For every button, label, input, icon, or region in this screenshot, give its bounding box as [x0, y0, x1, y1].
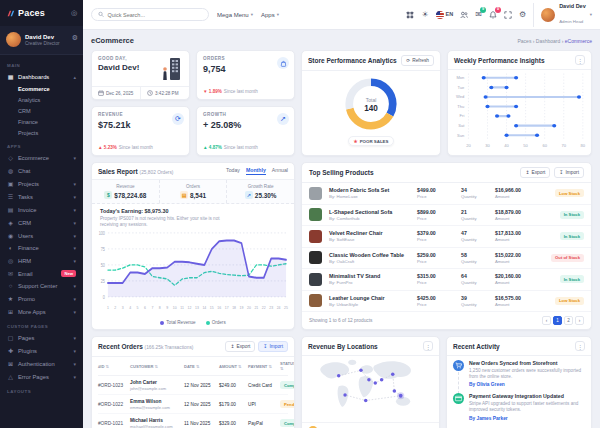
- sidebar-item-label: Projects: [18, 181, 69, 187]
- order-customer: Michael Harrismichael@example.com: [130, 418, 182, 428]
- fullscreen-icon[interactable]: [504, 11, 512, 19]
- product-amount: $18,879.00Amount: [495, 209, 543, 221]
- import-button[interactable]: ↧Import: [554, 167, 584, 178]
- column-status[interactable]: Status ⇅: [280, 361, 295, 371]
- export-button[interactable]: ↥Export: [520, 167, 550, 178]
- product-row[interactable]: Velvet Recliner ChairBy: SoftEase$379.00…: [302, 226, 591, 248]
- chevron-down-icon: ▾: [73, 245, 76, 251]
- activity-author[interactable]: By Olivia Green: [469, 382, 585, 387]
- svg-text:100: 100: [99, 230, 106, 236]
- tab-annual[interactable]: Annual: [272, 167, 288, 175]
- activity-author[interactable]: By James Parker: [469, 416, 585, 421]
- page-button-1[interactable]: 1: [553, 316, 562, 325]
- sidebar-toggle-icon[interactable]: ◎: [71, 9, 77, 17]
- sidebar-item-invoice[interactable]: ▤Invoice▾: [0, 203, 83, 216]
- chevron-down-icon: ▾: [73, 296, 76, 302]
- theme-sun-icon[interactable]: ☀: [421, 11, 428, 19]
- column-amount[interactable]: Amount ⇅: [219, 364, 246, 369]
- sidebar-item-dashboards[interactable]: ▦Dashboards▴: [0, 70, 83, 83]
- sidebar-item-projects[interactable]: ▣Projects▾: [0, 177, 83, 190]
- product-amount-label: Amount: [495, 280, 543, 285]
- mail-icon[interactable]: ✉9: [475, 11, 482, 19]
- sales-stat-value: ↗25.30%: [229, 191, 292, 199]
- next-page-button[interactable]: ›: [575, 316, 584, 325]
- product-row[interactable]: L-Shaped Sectional SofaBy: Comforthub$89…: [302, 205, 591, 227]
- orders-import-button[interactable]: ↧Import: [258, 341, 288, 352]
- authentication-icon: ⊠: [7, 360, 14, 367]
- users-icon[interactable]: [460, 11, 468, 19]
- chevron-down-icon: ▾: [73, 258, 76, 264]
- hrm-icon: ◎: [7, 257, 14, 264]
- svg-text:Wed: Wed: [456, 96, 464, 100]
- sidebar-subitem-projects[interactable]: Projects: [0, 127, 83, 138]
- sidebar-item-email[interactable]: ✉EmailNew: [0, 267, 83, 280]
- product-row[interactable]: Classic Wooden Coffee TableBy: OakCraft$…: [302, 248, 591, 270]
- product-thumbnail: [309, 187, 322, 200]
- order-payment: UPI: [248, 402, 278, 407]
- sidebar-item-crm[interactable]: ◈CRM▾: [0, 216, 83, 229]
- sidebar-item-error-pages[interactable]: △Error Pages▾: [0, 370, 83, 383]
- profile-settings-icon[interactable]: ⚙: [72, 34, 78, 42]
- import-icon: ↧: [263, 344, 267, 349]
- more-menu-icon[interactable]: ⋮: [575, 341, 585, 351]
- column-customer[interactable]: Customer ⇅: [130, 364, 182, 369]
- product-row[interactable]: Leather Lounge ChairBy: UrbanStyle$425.0…: [302, 291, 591, 313]
- sidebar-subitem-finance[interactable]: Finance: [0, 116, 83, 127]
- bell-icon[interactable]: 0: [489, 11, 497, 19]
- profile-avatar[interactable]: [6, 32, 21, 47]
- sidebar-item-ecommerce[interactable]: ◇Ecommerce▾: [0, 151, 83, 164]
- sidebar-item-chat[interactable]: ◍Chat: [0, 164, 83, 177]
- sidebar-item-plugins[interactable]: ✚Plugins▾: [0, 344, 83, 357]
- refresh-button[interactable]: ⟳Refresh: [401, 55, 434, 66]
- sidebar-item-users[interactable]: ◉Users▾: [0, 229, 83, 242]
- product-row[interactable]: Minimalist TV StandBy: FurnPro$315.00Pri…: [302, 269, 591, 291]
- page-title: eCommerce: [91, 36, 134, 45]
- search-box[interactable]: [91, 8, 209, 21]
- product-row[interactable]: Modern Fabric Sofa SetBy: HomeLuxe$499.0…: [302, 183, 591, 205]
- nav-section-layouts: Layouts: [0, 383, 83, 396]
- export-icon: ↥: [525, 170, 529, 175]
- page-button-2[interactable]: 2: [564, 316, 573, 325]
- sidebar-item-authentication[interactable]: ⊠Authentication▾: [0, 357, 83, 370]
- congrats-item[interactable]: ★ Congratulations t... 75 %: [302, 422, 439, 428]
- user-menu[interactable]: David DevAdmin Head ▾: [533, 3, 592, 27]
- sidebar-item-label: HRM: [18, 258, 69, 264]
- settings-gear-icon[interactable]: ⚙: [519, 11, 526, 19]
- tab-today[interactable]: Today: [226, 167, 240, 175]
- sidebar-nav: Main▦Dashboards▴EcommerceAnalyticsCRMFin…: [0, 55, 83, 428]
- column-payment[interactable]: Payment ⇅: [248, 364, 278, 369]
- prev-page-button[interactable]: ‹: [542, 316, 551, 325]
- grid-icon[interactable]: [406, 11, 414, 19]
- sidebar-item-tasks[interactable]: ☰Tasks▾: [0, 190, 83, 203]
- sidebar-subitem-ecommerce[interactable]: Ecommerce: [0, 83, 83, 94]
- order-row[interactable]: #ORD-1022Emma Wilsonemma@example.com12 N…: [98, 395, 288, 414]
- sidebar-subitem-crm[interactable]: CRM: [0, 105, 83, 116]
- tab-monthly[interactable]: Monthly: [246, 167, 266, 175]
- greeting-card: GOOD DAY, David Dev! Dec 26, 2025: [91, 50, 190, 100]
- orders-export-button[interactable]: ↥Export: [225, 341, 255, 352]
- mega-menu-link[interactable]: Mega Menu▾: [217, 12, 253, 18]
- error-pages-icon: △: [7, 373, 14, 380]
- sidebar-item-hrm[interactable]: ◎HRM▾: [0, 254, 83, 267]
- language-flag-icon[interactable]: EN: [436, 11, 454, 19]
- order-row[interactable]: #ORD-1021Michael Harrismichael@example.c…: [98, 414, 288, 428]
- sidebar-item-pages[interactable]: ▢Pages▾: [0, 331, 83, 344]
- column--id[interactable]: #ID ⇅: [98, 364, 128, 369]
- apps-link[interactable]: Apps▾: [261, 12, 279, 18]
- sidebar-subitem-analytics[interactable]: Analytics: [0, 94, 83, 105]
- sidebar-item-support-center[interactable]: ○Support Center▾: [0, 280, 83, 292]
- search-input[interactable]: [107, 12, 202, 18]
- activity-item[interactable]: New Orders Synced from Storefront1,250 n…: [453, 360, 585, 387]
- order-row[interactable]: #ORD-1023John Carterjohn@example.com12 N…: [98, 376, 288, 395]
- sidebar-item-promo[interactable]: ★Promo▾: [0, 292, 83, 305]
- product-qty: 47Quantity: [461, 230, 491, 242]
- product-amount-value: $17,813.00: [495, 230, 543, 236]
- sidebar-item-finance[interactable]: ◐Finance▾: [0, 242, 83, 254]
- more-menu-icon[interactable]: ⋮: [423, 341, 433, 351]
- more-menu-icon[interactable]: ⋮: [575, 55, 585, 65]
- sidebar-item-more-apps[interactable]: ⊞More Apps▾: [0, 305, 83, 318]
- product-vendor: By: SoftEase: [329, 237, 413, 242]
- column-date[interactable]: Date ⇅: [184, 364, 217, 369]
- activity-item[interactable]: Payment Gateway Integration UpdatedStrip…: [453, 393, 585, 420]
- product-price-value: $425.00: [417, 295, 457, 301]
